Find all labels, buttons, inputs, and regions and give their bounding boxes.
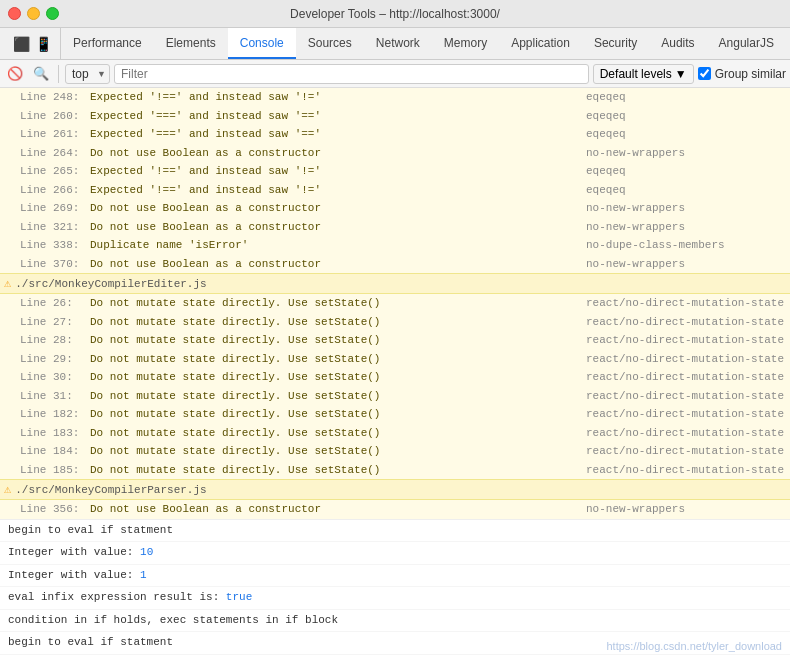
group-similar-label[interactable]: Group similar [715, 67, 786, 81]
warn-line: Line 182: Do not mutate state directly. … [0, 405, 790, 424]
log-line: begin to eval if statment [0, 632, 790, 655]
warn-block-parser: ⚠ ./src/MonkeyCompilerParser.js Line 356… [0, 479, 790, 519]
warn-line: Line 260: Expected '===' and instead saw… [0, 107, 790, 126]
warn-line: Line 321: Do not use Boolean as a constr… [0, 218, 790, 237]
first-warn-block: Line 248: Expected '!==' and instead saw… [0, 88, 790, 273]
levels-arrow-icon: ▼ [675, 67, 687, 81]
warn-file-header-parser: ⚠ ./src/MonkeyCompilerParser.js [0, 480, 790, 500]
levels-dropdown[interactable]: Default levels ▼ [593, 64, 694, 84]
warn-line: Line 248: Expected '!==' and instead saw… [0, 88, 790, 107]
titlebar: Developer Tools – http://localhost:3000/ [0, 0, 790, 28]
warn-line: Line 184: Do not mutate state directly. … [0, 442, 790, 461]
tab-audits[interactable]: Audits [649, 28, 706, 59]
log-highlight: 10 [140, 546, 153, 558]
inspect-icon[interactable]: ⬛ [12, 35, 30, 53]
warning-icon-2: ⚠ [4, 482, 11, 497]
log-section: begin to eval if statment Integer with v… [0, 519, 790, 661]
log-highlight: true [226, 591, 252, 603]
warn-line: Line 370: Do not use Boolean as a constr… [0, 255, 790, 274]
warn-line: Line 26: Do not mutate state directly. U… [0, 294, 790, 313]
warning-icon: ⚠ [4, 276, 11, 291]
group-similar-checkbox-group: Group similar [698, 67, 786, 81]
clear-console-button[interactable]: 🚫 [4, 63, 26, 85]
maximize-button[interactable] [46, 7, 59, 20]
context-wrapper: top ▼ [65, 64, 110, 84]
warn-line: Line 356: Do not use Boolean as a constr… [0, 500, 790, 519]
minimize-button[interactable] [27, 7, 40, 20]
levels-label: Default levels [600, 67, 672, 81]
tab-security[interactable]: Security [582, 28, 649, 59]
log-line: condition in if holds, exec statements i… [0, 610, 790, 633]
console-content[interactable]: Line 248: Expected '!==' and instead saw… [0, 88, 790, 660]
filter-input[interactable] [114, 64, 589, 84]
log-line: Integer with value: 1 [0, 565, 790, 588]
tab-console[interactable]: Console [228, 28, 296, 59]
warn-line: Line 185: Do not mutate state directly. … [0, 461, 790, 480]
tab-memory[interactable]: Memory [432, 28, 499, 59]
context-selector[interactable]: top [65, 64, 110, 84]
warn-line: Line 266: Expected '!==' and instead saw… [0, 181, 790, 200]
warn-line: Line 265: Expected '!==' and instead saw… [0, 162, 790, 181]
warn-file-header: ⚠ ./src/MonkeyCompilerEditer.js [0, 274, 790, 294]
log-line: Integer with value: 10 [0, 655, 790, 660]
warn-file-path-parser: ./src/MonkeyCompilerParser.js [15, 484, 206, 496]
warn-line: Line 28: Do not mutate state directly. U… [0, 331, 790, 350]
warn-line: Line 29: Do not mutate state directly. U… [0, 350, 790, 369]
group-similar-checkbox[interactable] [698, 67, 711, 80]
close-button[interactable] [8, 7, 21, 20]
tab-application[interactable]: Application [499, 28, 582, 59]
log-line: Integer with value: 10 [0, 542, 790, 565]
warn-line: Line 269: Do not use Boolean as a constr… [0, 199, 790, 218]
tab-sources[interactable]: Sources [296, 28, 364, 59]
warn-line: Line 30: Do not mutate state directly. U… [0, 368, 790, 387]
warn-block-editer: ⚠ ./src/MonkeyCompilerEditer.js Line 26:… [0, 273, 790, 479]
devtools-nav: ⬛ 📱 Performance Elements Console Sources… [0, 28, 790, 60]
log-highlight: 1 [140, 569, 147, 581]
warn-line: Line 264: Do not use Boolean as a constr… [0, 144, 790, 163]
warn-file-path: ./src/MonkeyCompilerEditer.js [15, 278, 206, 290]
log-line: begin to eval if statment [0, 520, 790, 543]
warn-line: Line 183: Do not mutate state directly. … [0, 424, 790, 443]
nav-icons: ⬛ 📱 [4, 28, 61, 59]
tab-network[interactable]: Network [364, 28, 432, 59]
warn-line: Line 338: Duplicate name 'isError' no-du… [0, 236, 790, 255]
window-title: Developer Tools – http://localhost:3000/ [290, 7, 500, 21]
tab-performance[interactable]: Performance [61, 28, 154, 59]
log-line: eval infix expression result is: true [0, 587, 790, 610]
warn-line: Line 31: Do not mutate state directly. U… [0, 387, 790, 406]
console-toolbar: 🚫 🔍 top ▼ Default levels ▼ Group similar [0, 60, 790, 88]
toolbar-divider [58, 65, 59, 83]
warn-line: Line 27: Do not mutate state directly. U… [0, 313, 790, 332]
tab-elements[interactable]: Elements [154, 28, 228, 59]
tab-angularjs[interactable]: AngularJS [707, 28, 786, 59]
filter-button[interactable]: 🔍 [30, 63, 52, 85]
window-controls [8, 7, 59, 20]
device-icon[interactable]: 📱 [34, 35, 52, 53]
warn-line: Line 261: Expected '===' and instead saw… [0, 125, 790, 144]
